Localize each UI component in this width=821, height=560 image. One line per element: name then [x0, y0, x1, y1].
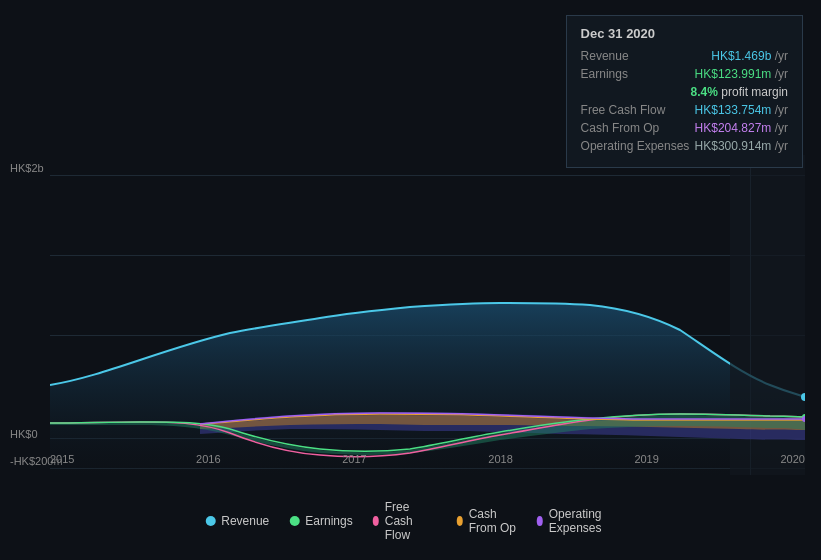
- legend-revenue[interactable]: Revenue: [205, 514, 269, 528]
- tooltip-label-cashfromop: Cash From Op: [581, 121, 691, 135]
- tooltip-date: Dec 31 2020: [581, 26, 788, 41]
- tooltip-row-cashfromop: Cash From Op HK$204.827m /yr: [581, 121, 788, 135]
- legend-fcf[interactable]: Free Cash Flow: [373, 500, 437, 542]
- x-axis: 2015 2016 2017 2018 2019 2020: [50, 453, 805, 465]
- x-label-2020: 2020: [780, 453, 804, 465]
- legend-dot-fcf: [373, 516, 379, 526]
- legend-dot-cashfromop: [457, 516, 463, 526]
- x-label-2015: 2015: [50, 453, 74, 465]
- x-label-2019: 2019: [634, 453, 658, 465]
- tooltip-label-revenue: Revenue: [581, 49, 691, 63]
- legend-label-opex: Operating Expenses: [549, 507, 616, 535]
- tooltip-value-revenue: HK$1.469b /yr: [711, 49, 788, 63]
- x-label-2018: 2018: [488, 453, 512, 465]
- chart-container: Dec 31 2020 Revenue HK$1.469b /yr Earnin…: [0, 0, 821, 560]
- legend-dot-earnings: [289, 516, 299, 526]
- tooltip-value-fcf: HK$133.754m /yr: [695, 103, 788, 117]
- tooltip-value-cashfromop: HK$204.827m /yr: [695, 121, 788, 135]
- tooltip-value-earnings: HK$123.991m /yr: [695, 67, 788, 81]
- tooltip-label-earnings: Earnings: [581, 67, 691, 81]
- legend-cashfromop[interactable]: Cash From Op: [457, 507, 517, 535]
- legend: Revenue Earnings Free Cash Flow Cash Fro…: [205, 500, 616, 542]
- tooltip: Dec 31 2020 Revenue HK$1.469b /yr Earnin…: [566, 15, 803, 168]
- legend-earnings[interactable]: Earnings: [289, 514, 352, 528]
- legend-label-fcf: Free Cash Flow: [385, 500, 437, 542]
- tooltip-value-opex: HK$300.914m /yr: [695, 139, 788, 153]
- legend-dot-revenue: [205, 516, 215, 526]
- legend-label-cashfromop: Cash From Op: [469, 507, 517, 535]
- legend-label-earnings: Earnings: [305, 514, 352, 528]
- tooltip-row-fcf: Free Cash Flow HK$133.754m /yr: [581, 103, 788, 117]
- tooltip-row-earnings: Earnings HK$123.991m /yr: [581, 67, 788, 81]
- tooltip-row-revenue: Revenue HK$1.469b /yr: [581, 49, 788, 63]
- x-label-2017: 2017: [342, 453, 366, 465]
- profit-margin: 8.4% profit margin: [581, 85, 788, 99]
- tooltip-row-opex: Operating Expenses HK$300.914m /yr: [581, 139, 788, 153]
- x-label-2016: 2016: [196, 453, 220, 465]
- legend-opex[interactable]: Operating Expenses: [537, 507, 616, 535]
- tooltip-label-opex: Operating Expenses: [581, 139, 691, 153]
- legend-label-revenue: Revenue: [221, 514, 269, 528]
- y-label-mid: HK$0: [10, 428, 38, 440]
- y-label-top: HK$2b: [10, 162, 44, 174]
- tooltip-label-fcf: Free Cash Flow: [581, 103, 691, 117]
- legend-dot-opex: [537, 516, 543, 526]
- chart-svg: [50, 155, 805, 475]
